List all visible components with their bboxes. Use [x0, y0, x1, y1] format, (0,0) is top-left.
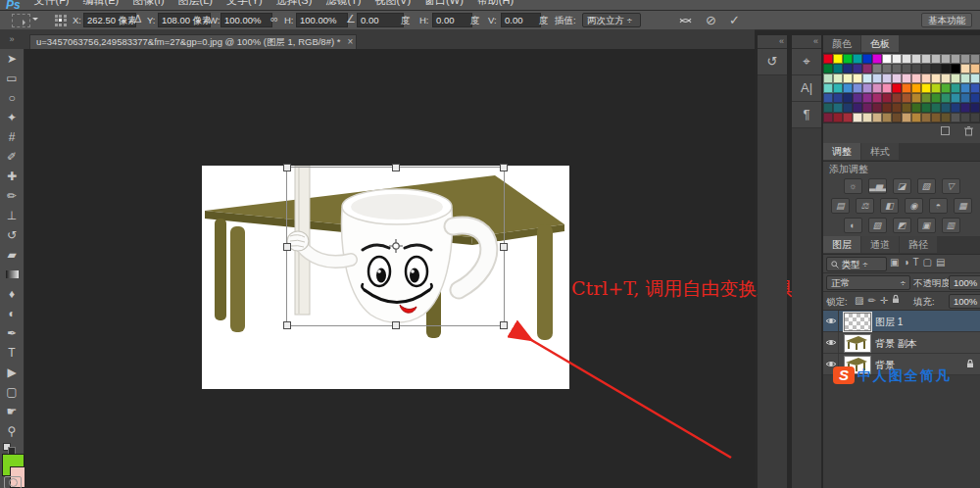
- color-swatch[interactable]: [970, 64, 980, 73]
- color-swatch[interactable]: [941, 64, 951, 73]
- layer-filter-type-dropdown[interactable]: 类型 ÷: [826, 257, 887, 271]
- color-swatch[interactable]: [882, 113, 892, 122]
- interpolation-dropdown[interactable]: 两次立方 ÷: [582, 13, 641, 27]
- color-swatch[interactable]: [823, 54, 833, 64]
- layer-thumbnail[interactable]: [844, 334, 871, 353]
- color-swatch[interactable]: [892, 54, 902, 64]
- color-swatch[interactable]: [853, 103, 862, 113]
- menu-item[interactable]: 帮助(H): [477, 0, 514, 9]
- color-swatch[interactable]: [853, 83, 862, 93]
- color-swatch[interactable]: [833, 83, 843, 93]
- lock-all-icon[interactable]: [892, 294, 900, 306]
- menu-item[interactable]: 图层(L): [178, 0, 213, 9]
- h-value-field[interactable]: 100.00%: [296, 13, 348, 27]
- blur-tool-icon[interactable]: ♦: [0, 284, 24, 304]
- eraser-tool-icon[interactable]: ▰: [0, 245, 24, 265]
- color-swatch[interactable]: [853, 93, 862, 103]
- transform-reference-point[interactable]: [389, 239, 403, 253]
- filter-smart-objects-icon[interactable]: ▤: [936, 257, 945, 268]
- menu-item[interactable]: 编辑(E): [83, 0, 120, 9]
- color-swatch[interactable]: [833, 54, 843, 64]
- color-lookup-icon[interactable]: ▦: [954, 198, 972, 214]
- opacity-value-dropdown[interactable]: 100%: [949, 275, 980, 290]
- color-swatch[interactable]: [902, 93, 911, 103]
- filter-pixel-layers-icon[interactable]: ▣: [890, 257, 899, 268]
- clone-source-panel-icon[interactable]: ⌖: [792, 49, 821, 75]
- color-swatch[interactable]: [843, 83, 853, 93]
- color-swatch[interactable]: [862, 54, 872, 64]
- pen-tool-icon[interactable]: ✒: [0, 323, 24, 343]
- exposure-icon[interactable]: ▧: [917, 178, 936, 194]
- color-swatch[interactable]: [941, 54, 951, 64]
- hand-tool-icon[interactable]: ☛: [0, 402, 24, 421]
- fill-value-dropdown[interactable]: 100%: [949, 294, 980, 309]
- color-swatch[interactable]: [960, 73, 970, 83]
- character-panel-icon[interactable]: A|: [792, 75, 821, 102]
- color-swatch[interactable]: [853, 113, 862, 122]
- crop-tool-icon[interactable]: #: [0, 127, 24, 147]
- color-swatch[interactable]: [823, 113, 833, 122]
- color-swatch[interactable]: [911, 103, 921, 113]
- dodge-tool-icon[interactable]: ◐: [0, 304, 24, 323]
- color-swatch[interactable]: [970, 93, 980, 103]
- workspace-switcher[interactable]: 基本功能: [921, 13, 972, 27]
- color-swatch[interactable]: [892, 103, 902, 113]
- filter-shape-layers-icon[interactable]: ▢: [923, 257, 932, 268]
- color-swatch[interactable]: [823, 64, 833, 73]
- color-swatch[interactable]: [960, 113, 970, 122]
- color-swatch[interactable]: [970, 103, 980, 113]
- menu-item[interactable]: 选择(S): [276, 0, 313, 9]
- tab-paths[interactable]: 路径: [900, 236, 937, 253]
- document-tab[interactable]: u=3457063756,249583377&fm=27&gp=0.jpg @ …: [29, 34, 357, 50]
- color-balance-icon[interactable]: ⚖: [856, 198, 874, 214]
- color-swatch[interactable]: [941, 103, 951, 113]
- layer-thumbnail[interactable]: [844, 313, 871, 331]
- color-swatch[interactable]: [921, 83, 931, 93]
- layer-name[interactable]: 背景 副本: [875, 337, 917, 351]
- color-swatch[interactable]: [951, 73, 960, 83]
- color-swatch[interactable]: [941, 113, 951, 122]
- color-swatch[interactable]: [833, 103, 843, 113]
- menu-item[interactable]: 滤镜(T): [325, 0, 361, 9]
- color-swatch[interactable]: [872, 93, 882, 103]
- transform-handle-bottom-right[interactable]: [500, 321, 508, 329]
- color-swatch[interactable]: [862, 103, 872, 113]
- lock-position-icon[interactable]: ✛: [880, 295, 888, 306]
- color-swatch[interactable]: [882, 83, 892, 93]
- color-swatch[interactable]: [902, 113, 911, 122]
- layer-row-background-copy[interactable]: 背景 副本: [823, 332, 980, 354]
- filter-adjustment-layers-icon[interactable]: ◑: [903, 257, 908, 268]
- color-swatch[interactable]: [823, 73, 833, 83]
- posterize-icon[interactable]: ▨: [868, 218, 887, 233]
- color-swatch[interactable]: [872, 54, 882, 64]
- magic-wand-tool-icon[interactable]: ✦: [0, 108, 24, 127]
- lock-pixels-icon[interactable]: ✏: [867, 295, 875, 306]
- color-swatch[interactable]: [902, 73, 911, 83]
- w-value-field[interactable]: 100.00%: [220, 13, 272, 27]
- color-swatch[interactable]: [872, 73, 882, 83]
- color-swatch[interactable]: [833, 73, 843, 83]
- new-swatch-icon[interactable]: [940, 125, 951, 136]
- channel-mixer-icon[interactable]: ◓: [929, 198, 948, 214]
- photo-filter-icon[interactable]: ◉: [905, 198, 923, 214]
- delete-swatch-trash-icon[interactable]: [963, 125, 974, 136]
- black-white-icon[interactable]: ◧: [880, 198, 899, 214]
- color-swatch[interactable]: [941, 83, 951, 93]
- close-document-icon[interactable]: ×: [348, 35, 354, 49]
- color-swatch[interactable]: [951, 83, 960, 93]
- color-swatch[interactable]: [872, 103, 882, 113]
- color-swatch[interactable]: [931, 73, 941, 83]
- color-swatch[interactable]: [921, 113, 931, 122]
- history-brush-tool-icon[interactable]: ↺: [0, 225, 24, 245]
- collapse-to-icons-chevron[interactable]: «: [758, 35, 787, 49]
- zoom-tool-icon[interactable]: ⚲: [0, 421, 24, 441]
- lasso-tool-icon[interactable]: ○: [0, 88, 24, 108]
- x-value-field[interactable]: 262.50 像素: [83, 13, 136, 27]
- brush-tool-icon[interactable]: ✏: [0, 186, 24, 206]
- color-swatch[interactable]: [892, 113, 902, 122]
- color-swatch[interactable]: [872, 83, 882, 93]
- visibility-eye-icon[interactable]: [823, 332, 839, 353]
- curves-icon[interactable]: ◪: [893, 178, 911, 194]
- clone-stamp-tool-icon[interactable]: ⊥: [0, 206, 24, 225]
- path-selection-tool-icon[interactable]: ▶: [0, 363, 24, 382]
